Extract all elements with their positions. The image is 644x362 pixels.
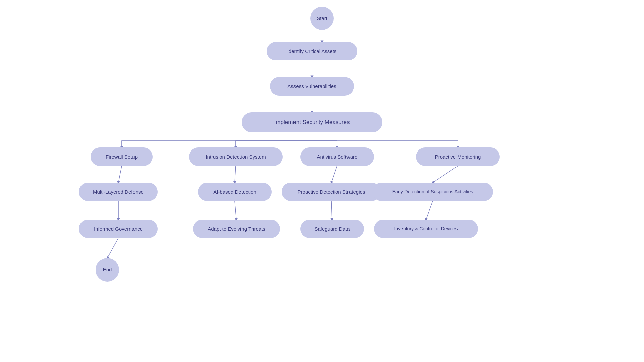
multilayer-node: Multi-Layered Defense (79, 183, 158, 201)
end-node: End (96, 258, 119, 282)
inventory-node: Inventory & Control of Devices (374, 220, 478, 238)
flowchart-diagram: Start Identify Critical Assets Assess Vu… (0, 0, 644, 362)
aibased-node: AI-based Detection (198, 183, 272, 201)
svg-line-3 (118, 166, 122, 183)
firewall-node: Firewall Setup (91, 147, 153, 166)
safeguard-node: Safeguard Data (300, 220, 364, 238)
ids-node: Intrusion Detection System (189, 147, 283, 166)
svg-line-11 (107, 238, 118, 258)
adapt-node: Adapt to Evolving Threats (193, 220, 280, 238)
svg-line-9 (331, 201, 332, 220)
implement-node: Implement Security Measures (241, 112, 382, 132)
informed-node: Informed Governance (79, 220, 158, 238)
identify-node: Identify Critical Assets (267, 42, 357, 60)
start-node: Start (310, 7, 334, 30)
antivirus-node: Antivirus Software (300, 147, 374, 166)
svg-line-6 (433, 166, 458, 183)
proactive-node: Proactive Monitoring (416, 147, 500, 166)
svg-line-8 (235, 201, 236, 220)
proactive-det-node: Proactive Detection Strategies (282, 183, 381, 201)
svg-line-10 (426, 201, 433, 220)
assess-node: Assess Vulnerabilities (270, 77, 354, 96)
svg-line-5 (331, 166, 337, 183)
svg-line-4 (235, 166, 236, 183)
early-det-node: Early Detection of Suspicious Activities (372, 183, 493, 201)
